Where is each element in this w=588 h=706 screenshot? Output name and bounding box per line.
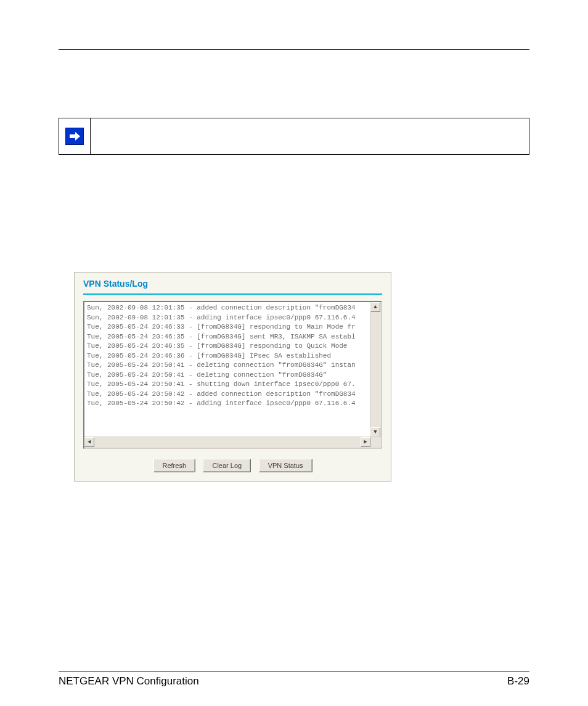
- scroll-left-icon[interactable]: ◄: [84, 437, 94, 447]
- scroll-up-icon[interactable]: ▲: [370, 302, 380, 312]
- log-line: Tue, 2005-05-24 20:50:42 - added connect…: [87, 390, 378, 400]
- scroll-corner: [370, 437, 381, 448]
- note-icon-cell: [59, 118, 91, 154]
- log-line: Sun, 2002-09-08 12:01:35 - added connect…: [87, 303, 378, 313]
- footer-left: NETGEAR VPN Configuration: [59, 675, 199, 688]
- vpn-status-panel: VPN Status/Log Sun, 2002-09-08 12:01:35 …: [74, 272, 391, 482]
- log-line: Tue, 2005-05-24 20:50:42 - adding interf…: [87, 399, 378, 409]
- horizontal-scrollbar[interactable]: ◄ ►: [84, 437, 381, 448]
- svg-marker-0: [70, 132, 80, 141]
- vertical-scrollbar[interactable]: ▲ ▼: [370, 302, 381, 437]
- arrow-icon: [65, 128, 84, 145]
- log-line: Tue, 2005-05-24 20:50:41 - shutting down…: [87, 380, 378, 390]
- log-line: Tue, 2005-05-24 20:46:36 - [fromDG834G] …: [87, 351, 378, 361]
- log-line: Tue, 2005-05-24 20:46:35 - [fromDG834G] …: [87, 342, 378, 351]
- log-line: Tue, 2005-05-24 20:46:35 - [fromDG834G] …: [87, 332, 378, 342]
- log-line: Tue, 2005-05-24 20:50:41 - deleting conn…: [87, 371, 378, 380]
- refresh-button[interactable]: Refresh: [153, 459, 196, 472]
- log-textarea[interactable]: Sun, 2002-09-08 12:01:35 - added connect…: [83, 301, 382, 449]
- vpn-status-button[interactable]: VPN Status: [259, 459, 312, 472]
- footer-rule: [59, 671, 529, 671]
- log-line: Tue, 2005-05-24 20:46:33 - [fromDG834G] …: [87, 322, 378, 332]
- log-line: Tue, 2005-05-24 20:50:41 - deleting conn…: [87, 361, 378, 371]
- top-rule: [59, 49, 529, 50]
- page-footer: NETGEAR VPN Configuration B-29: [59, 671, 529, 688]
- log-lines: Sun, 2002-09-08 12:01:35 - added connect…: [84, 302, 381, 410]
- clear-log-button[interactable]: Clear Log: [203, 459, 251, 472]
- panel-title: VPN Status/Log: [83, 279, 382, 289]
- footer-right: B-29: [507, 675, 529, 688]
- scroll-down-icon[interactable]: ▼: [370, 427, 380, 437]
- panel-rule: [83, 293, 382, 295]
- note-box: [59, 118, 529, 155]
- log-line: Sun, 2002-09-08 12:01:35 - adding interf…: [87, 313, 378, 323]
- button-row: Refresh Clear Log VPN Status: [83, 459, 382, 472]
- scroll-right-icon[interactable]: ►: [361, 437, 370, 447]
